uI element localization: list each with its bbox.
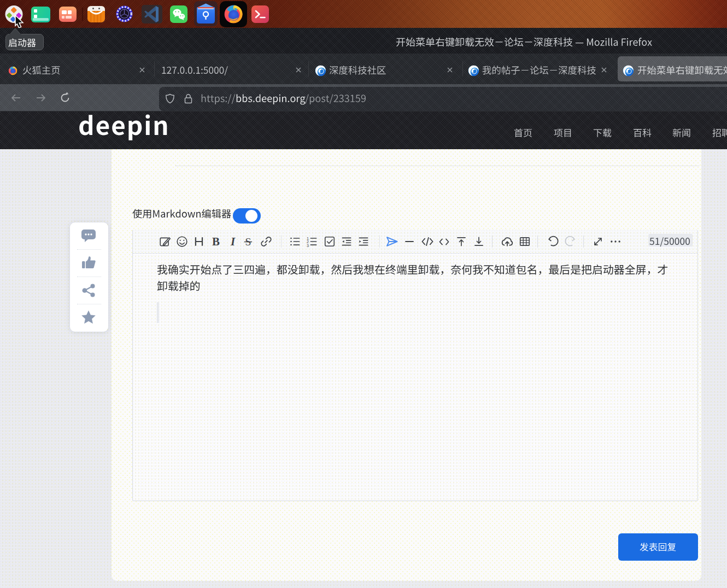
svg-text:3: 3: [307, 244, 309, 248]
svg-text:B: B: [212, 236, 220, 248]
svg-text:I: I: [230, 236, 236, 248]
